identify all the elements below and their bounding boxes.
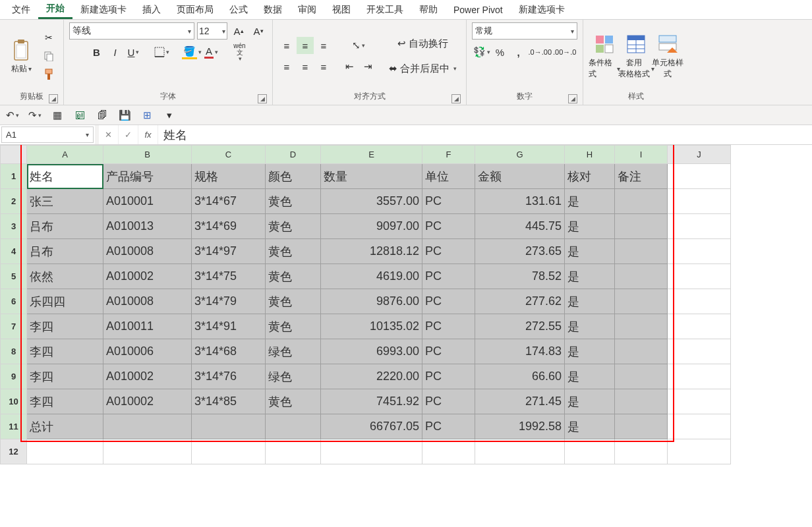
cell-G9[interactable]: 66.60 (475, 364, 565, 389)
cell-G5[interactable]: 78.52 (475, 264, 565, 289)
align-left-button[interactable]: ≡ (278, 58, 295, 75)
align-bottom-button[interactable]: ≡ (315, 37, 332, 54)
cell-J10[interactable] (668, 389, 731, 414)
cell-D12[interactable] (266, 439, 321, 464)
increase-font-button[interactable]: A▴ (230, 22, 247, 40)
cell-A10[interactable]: 李四 (27, 389, 103, 414)
cell-A5[interactable]: 依然 (27, 264, 103, 289)
menu-tab-6[interactable]: 数据 (256, 1, 290, 18)
cell-A6[interactable]: 乐四四 (27, 289, 103, 314)
col-header-E[interactable]: E (321, 146, 422, 164)
menu-tab-8[interactable]: 视图 (324, 1, 359, 18)
menu-tab-9[interactable]: 开发工具 (359, 1, 411, 18)
cell-F12[interactable] (422, 439, 475, 464)
italic-button[interactable]: I (107, 43, 124, 61)
cell-F2[interactable]: PC (422, 189, 475, 214)
cell-D7[interactable]: 黄色 (266, 314, 321, 339)
cell-H7[interactable]: 是 (565, 314, 615, 339)
cell-J2[interactable] (668, 189, 731, 214)
cell-F1[interactable]: 单位 (422, 164, 475, 189)
wrap-text-button[interactable]: ↩ 自动换行 (385, 35, 461, 52)
menu-tab-11[interactable]: Power Pivot (446, 2, 511, 18)
menu-tab-0[interactable]: 文件 (4, 1, 38, 18)
cell-C8[interactable]: 3*14*68 (192, 339, 266, 364)
cell-F9[interactable]: PC (422, 364, 475, 389)
cell-C9[interactable]: 3*14*76 (192, 364, 266, 389)
cell-F8[interactable]: PC (422, 339, 475, 364)
cell-H9[interactable]: 是 (565, 364, 615, 389)
cell-D4[interactable]: 黄色 (266, 239, 321, 264)
format-painter-button[interactable] (40, 67, 58, 82)
row-header-8[interactable]: 8 (1, 339, 27, 364)
fill-color-button[interactable]: 🪣 (182, 43, 202, 61)
phonetic-guide-button[interactable]: wén文 (231, 43, 248, 61)
cell-A3[interactable]: 吕布 (27, 214, 103, 239)
cell-J8[interactable] (668, 339, 731, 364)
row-header-9[interactable]: 9 (1, 364, 27, 389)
cell-B8[interactable]: A010006 (103, 339, 192, 364)
insert-function-button[interactable]: fx (138, 125, 158, 144)
cell-G8[interactable]: 174.83 (475, 339, 565, 364)
cell-I12[interactable] (615, 439, 668, 464)
redo-button[interactable]: ↷ (26, 107, 44, 123)
row-header-2[interactable]: 2 (1, 189, 27, 214)
cell-F10[interactable]: PC (422, 389, 475, 414)
cell-I11[interactable] (615, 414, 668, 439)
cell-C7[interactable]: 3*14*91 (192, 314, 266, 339)
cell-J12[interactable] (668, 439, 731, 464)
font-name-select[interactable]: 等线▾ (69, 22, 194, 40)
cell-B6[interactable]: A010008 (103, 289, 192, 314)
font-color-button[interactable]: A (203, 43, 220, 61)
col-header-D[interactable]: D (266, 146, 321, 164)
row-header-11[interactable]: 11 (1, 414, 27, 439)
number-format-select[interactable]: 常规▾ (472, 22, 577, 40)
cell-A11[interactable]: 总计 (27, 414, 103, 439)
cell-A7[interactable]: 李四 (27, 314, 103, 339)
cell-D6[interactable]: 黄色 (266, 289, 321, 314)
cell-F7[interactable]: PC (422, 314, 475, 339)
cell-I5[interactable] (615, 264, 668, 289)
cell-J6[interactable] (668, 289, 731, 314)
cell-B11[interactable] (103, 414, 192, 439)
cell-H2[interactable]: 是 (565, 189, 615, 214)
decrease-font-button[interactable]: A▾ (250, 22, 267, 40)
cell-H10[interactable]: 是 (565, 389, 615, 414)
menu-tab-7[interactable]: 审阅 (290, 1, 324, 18)
qat-btn-4[interactable]: 🗟 (71, 107, 88, 123)
underline-button[interactable]: U (125, 43, 142, 61)
cell-J1[interactable] (668, 164, 731, 189)
cell-A8[interactable]: 李四 (27, 339, 103, 364)
cell-A1[interactable]: 姓名 (27, 164, 103, 189)
row-header-3[interactable]: 3 (1, 214, 27, 239)
row-header-4[interactable]: 4 (1, 239, 27, 264)
cell-D3[interactable]: 黄色 (266, 214, 321, 239)
qat-customize[interactable]: ▾ (161, 107, 178, 123)
cell-H8[interactable]: 是 (565, 339, 615, 364)
cell-D2[interactable]: 黄色 (266, 189, 321, 214)
cell-H12[interactable] (565, 439, 615, 464)
cell-C6[interactable]: 3*14*79 (192, 289, 266, 314)
cell-B9[interactable]: A010002 (103, 364, 192, 389)
cell-E2[interactable]: 3557.00 (321, 189, 422, 214)
cell-I7[interactable] (615, 314, 668, 339)
col-header-F[interactable]: F (422, 146, 475, 164)
cell-E12[interactable] (321, 439, 422, 464)
cell-B3[interactable]: A010013 (103, 214, 192, 239)
row-header-12[interactable]: 12 (1, 439, 27, 464)
menu-tab-4[interactable]: 页面布局 (169, 1, 221, 18)
comma-button[interactable]: , (510, 43, 527, 61)
cell-F4[interactable]: PC (422, 239, 475, 264)
cell-C1[interactable]: 规格 (192, 164, 266, 189)
cell-E3[interactable]: 9097.00 (321, 214, 422, 239)
font-size-select[interactable]: 12▾ (197, 22, 227, 40)
cell-H6[interactable]: 是 (565, 289, 615, 314)
cell-I9[interactable] (615, 364, 668, 389)
col-header-J[interactable]: J (668, 146, 731, 164)
cell-B5[interactable]: A010002 (103, 264, 192, 289)
percent-button[interactable]: % (492, 43, 509, 61)
cell-B2[interactable]: A010001 (103, 189, 192, 214)
cell-D10[interactable]: 黄色 (266, 389, 321, 414)
row-header-5[interactable]: 5 (1, 264, 27, 289)
name-box[interactable]: A1▾ (1, 126, 94, 143)
cell-E9[interactable]: 2220.00 (321, 364, 422, 389)
